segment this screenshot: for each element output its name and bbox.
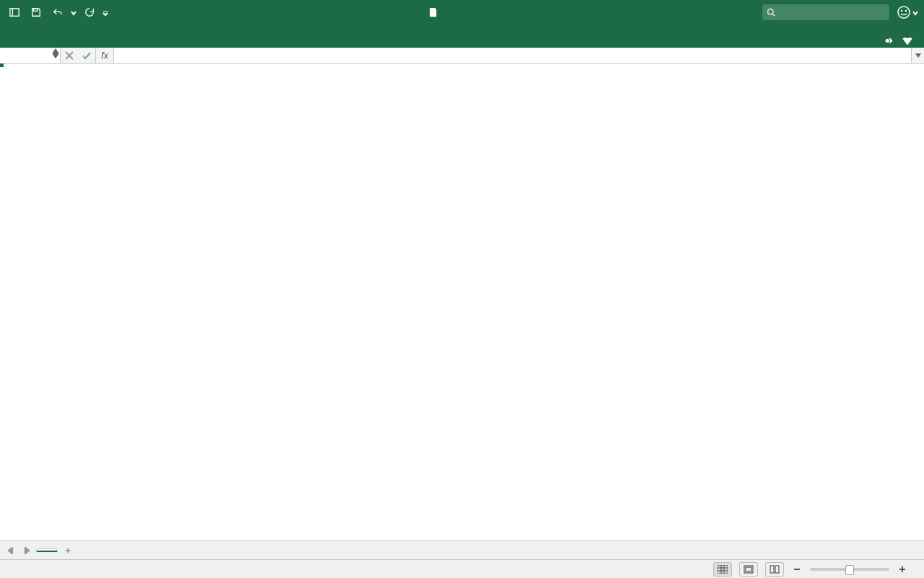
minus-icon (793, 566, 801, 573)
svg-rect-24 (770, 566, 774, 573)
document-title (108, 7, 762, 17)
active-cell-indicator (0, 64, 3, 66)
zoom-out-button[interactable] (791, 564, 803, 575)
quick-access-toolbar (6, 4, 108, 21)
confirm-button[interactable] (78, 48, 95, 63)
undo-dropdown-icon[interactable] (71, 6, 77, 19)
check-icon (82, 51, 91, 60)
search-sheet[interactable] (762, 4, 889, 20)
svg-point-4 (768, 9, 774, 15)
formula-input[interactable] (114, 48, 911, 63)
spreadsheet-grid[interactable] (0, 64, 924, 540)
feedback-button[interactable] (897, 5, 918, 20)
sheet-tab-active[interactable] (36, 548, 58, 552)
zoom-in-button[interactable] (897, 564, 908, 575)
svg-point-8 (906, 11, 907, 12)
triangle-down-icon (915, 53, 921, 59)
x-icon (65, 51, 74, 60)
grid-icon (718, 565, 728, 574)
view-normal-button[interactable] (713, 562, 732, 577)
page-icon (744, 565, 754, 574)
fx-label[interactable]: fx (95, 48, 114, 63)
search-icon (767, 8, 775, 17)
zoom-slider[interactable] (810, 568, 889, 571)
smiley-icon (897, 5, 911, 20)
svg-point-9 (886, 38, 889, 42)
save-icon[interactable] (27, 4, 45, 21)
svg-marker-10 (53, 49, 58, 53)
status-bar (0, 559, 924, 578)
tab-nav-next[interactable] (20, 544, 33, 557)
title-bar-right (762, 4, 918, 20)
cancel-button[interactable] (61, 48, 78, 63)
svg-line-5 (772, 14, 775, 16)
share-icon (884, 37, 894, 47)
redo-icon[interactable] (81, 4, 98, 21)
search-input[interactable] (778, 8, 885, 17)
formula-bar-expand[interactable] (911, 48, 924, 63)
add-sheet-button[interactable]: ＋ (61, 543, 75, 558)
svg-rect-17 (718, 565, 728, 574)
share-button[interactable] (884, 35, 917, 48)
chevron-down-icon (902, 35, 912, 48)
svg-marker-16 (25, 547, 30, 554)
svg-rect-25 (775, 566, 779, 573)
svg-rect-23 (746, 567, 751, 571)
undo-icon[interactable] (49, 4, 66, 21)
qat-customize-icon[interactable] (103, 6, 108, 19)
name-box[interactable] (0, 48, 61, 63)
svg-rect-2 (34, 9, 38, 12)
sheet-tab-bar: ＋ (0, 540, 924, 559)
status-right (713, 562, 915, 577)
view-page-layout-button[interactable] (739, 562, 758, 577)
svg-marker-14 (915, 53, 921, 58)
view-page-break-button[interactable] (765, 562, 784, 577)
chevron-down-icon (912, 6, 918, 19)
ribbon (0, 25, 924, 48)
svg-marker-15 (8, 547, 12, 554)
columns-icon (770, 565, 780, 574)
name-box-spinner[interactable] (53, 48, 58, 59)
tab-nav-prev[interactable] (4, 544, 17, 557)
svg-point-7 (902, 11, 902, 12)
svg-rect-0 (10, 9, 19, 17)
svg-point-6 (898, 7, 910, 18)
title-bar (0, 0, 924, 25)
svg-marker-11 (53, 54, 58, 59)
formula-bar: fx (0, 48, 924, 64)
plus-icon (899, 566, 906, 573)
excel-icon (428, 7, 438, 17)
layout-icon[interactable] (6, 4, 23, 21)
